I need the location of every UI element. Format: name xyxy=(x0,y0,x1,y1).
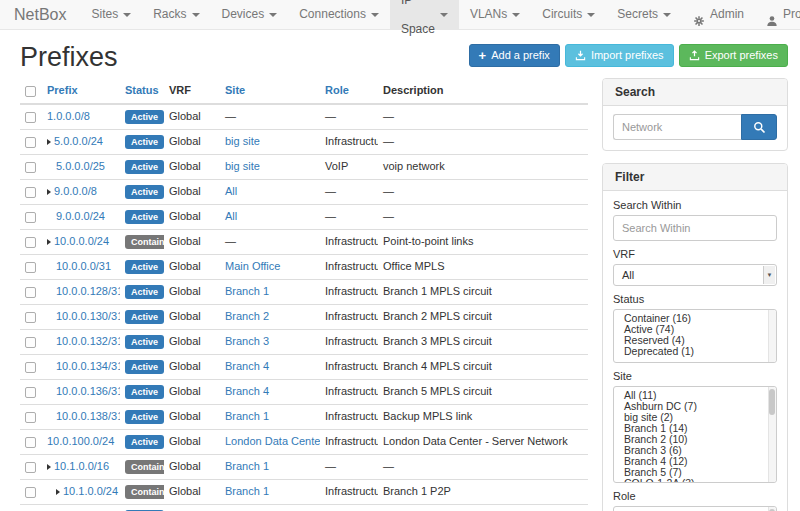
row-checkbox[interactable] xyxy=(25,412,36,423)
site-link[interactable]: All xyxy=(225,210,237,222)
search-within-input[interactable] xyxy=(613,215,777,241)
site-option[interactable]: Branch 1 (14) xyxy=(614,423,776,434)
prefix-link[interactable]: 10.0.0.138/31 xyxy=(56,410,120,422)
nav-item-devices[interactable]: Devices xyxy=(211,0,289,29)
role-scrollbar[interactable] xyxy=(768,507,776,511)
prefix-link[interactable]: 10.0.0.136/31 xyxy=(56,385,120,397)
nav-item-racks[interactable]: Racks xyxy=(142,0,210,29)
prefix-link[interactable]: 9.0.0.0/8 xyxy=(54,185,97,197)
netbox-brand[interactable]: NetBox xyxy=(0,0,80,29)
row-checkbox[interactable] xyxy=(25,462,36,473)
column-header-prefix[interactable]: Prefix xyxy=(42,78,120,104)
site-option[interactable]: Branch 3 (6) xyxy=(614,445,776,456)
nav-item-vlans[interactable]: VLANs xyxy=(459,0,531,29)
role-listbox[interactable]: Infrastructure (25)Management (8)Private… xyxy=(613,506,777,511)
site-link[interactable]: Branch 1 xyxy=(225,410,269,422)
prefix-link[interactable]: 10.0.100.0/24 xyxy=(47,435,114,447)
prefix-link[interactable]: 5.0.0.0/24 xyxy=(54,135,103,147)
site-link[interactable]: Branch 4 xyxy=(225,385,269,397)
status-option[interactable]: Active (74) xyxy=(614,324,776,335)
site-listbox[interactable]: All (11)Ashburn DC (7)big site (2)Branch… xyxy=(613,386,777,483)
column-header-role[interactable]: Role xyxy=(320,78,378,104)
vrf-select[interactable]: All ▼ xyxy=(613,264,777,286)
prefix-link[interactable]: 1.0.0.0/8 xyxy=(47,110,90,122)
site-link[interactable]: big site xyxy=(225,160,260,172)
role-cell: Infrastructure xyxy=(320,429,378,454)
site-option[interactable]: All (11) xyxy=(614,390,776,401)
site-link[interactable]: Branch 1 xyxy=(225,285,269,297)
search-button[interactable] xyxy=(741,114,777,140)
status-listbox[interactable]: Container (16)Active (74)Reserved (4)Dep… xyxy=(613,309,777,363)
row-checkbox[interactable] xyxy=(25,437,36,448)
site-link[interactable]: All xyxy=(225,185,237,197)
status-option[interactable]: Reserved (4) xyxy=(614,335,776,346)
role-cell: Infrastructure xyxy=(320,254,378,279)
site-option[interactable]: Ashburn DC (7) xyxy=(614,401,776,412)
table-row: 10.0.0.136/31 Active Global Branch 4 Inf… xyxy=(20,379,588,404)
row-checkbox[interactable] xyxy=(25,112,36,123)
site-link[interactable]: Main Office xyxy=(225,260,280,272)
prefix-link[interactable]: 9.0.0.0/24 xyxy=(56,210,105,222)
site-option[interactable]: Branch 2 (10) xyxy=(614,434,776,445)
row-checkbox[interactable] xyxy=(25,162,36,173)
description-cell: — xyxy=(378,179,588,204)
nav-item-ip-space[interactable]: IP Space xyxy=(390,0,459,29)
row-checkbox[interactable] xyxy=(25,487,36,498)
column-header-site[interactable]: Site xyxy=(220,78,320,104)
row-checkbox[interactable] xyxy=(25,262,36,273)
prefix-link[interactable]: 10.0.0.134/31 xyxy=(56,360,120,372)
status-option[interactable]: Deprecated (1) xyxy=(614,346,776,357)
prefix-link[interactable]: 10.1.0.0/16 xyxy=(54,460,109,472)
nav-item-admin[interactable]: Admin xyxy=(682,0,755,29)
row-checkbox[interactable] xyxy=(25,312,36,323)
status-option[interactable]: Container (16) xyxy=(614,313,776,324)
row-checkbox[interactable] xyxy=(25,362,36,373)
site-link[interactable]: Branch 1 xyxy=(225,460,269,472)
site-link[interactable]: Branch 1 xyxy=(225,485,269,497)
site-option[interactable]: COLO-1-2A (3) xyxy=(614,478,776,483)
site-option[interactable]: big site (2) xyxy=(614,412,776,423)
prefix-link[interactable]: 10.0.0.132/31 xyxy=(56,335,120,347)
site-option[interactable]: Branch 5 (7) xyxy=(614,467,776,478)
prefix-link[interactable]: 10.0.0.128/31 xyxy=(56,285,120,297)
row-checkbox[interactable] xyxy=(25,387,36,398)
site-link[interactable]: London Data Center xyxy=(225,435,320,447)
import-prefixes-button[interactable]: Import prefixes xyxy=(565,44,674,67)
nav-item-secrets[interactable]: Secrets xyxy=(606,0,682,29)
nav-item-circuits[interactable]: Circuits xyxy=(531,0,606,29)
site-link[interactable]: Branch 3 xyxy=(225,335,269,347)
export-prefixes-button[interactable]: Export prefixes xyxy=(679,44,788,67)
column-header-status[interactable]: Status xyxy=(120,78,164,104)
nav-item-connections[interactable]: Connections xyxy=(288,0,390,29)
row-checkbox[interactable] xyxy=(25,237,36,248)
status-label: Status xyxy=(613,293,777,305)
row-checkbox[interactable] xyxy=(25,187,36,198)
status-scrollbar[interactable] xyxy=(768,310,776,362)
table-row: 5.0.0.0/24 Active Global big site Infras… xyxy=(20,129,588,154)
status-badge: Active xyxy=(125,385,164,399)
site-link[interactable]: big site xyxy=(225,135,260,147)
prefix-link[interactable]: 10.1.0.0/24 xyxy=(63,485,118,497)
table-row: 10.1.0.0/25 Active Global Branch 1 — — xyxy=(20,504,588,511)
site-scrollbar-thumb[interactable] xyxy=(769,389,775,415)
select-all-checkbox[interactable] xyxy=(25,86,36,97)
site-option[interactable]: Branch 4 (12) xyxy=(614,456,776,467)
row-select-cell xyxy=(20,304,42,329)
prefix-link[interactable]: 10.0.0.0/24 xyxy=(54,235,109,247)
prefix-link[interactable]: 5.0.0.0/25 xyxy=(56,160,105,172)
site-scrollbar[interactable] xyxy=(768,387,776,482)
search-input[interactable] xyxy=(613,114,741,140)
status-cell: Active xyxy=(120,104,164,130)
prefix-link[interactable]: 10.0.0.130/31 xyxy=(56,310,120,322)
row-checkbox[interactable] xyxy=(25,212,36,223)
nav-item-profile[interactable]: Profile xyxy=(755,0,800,29)
site-link[interactable]: Branch 2 xyxy=(225,310,269,322)
row-checkbox[interactable] xyxy=(25,287,36,298)
nav-item-sites[interactable]: Sites xyxy=(80,0,142,29)
row-checkbox[interactable] xyxy=(25,337,36,348)
row-checkbox[interactable] xyxy=(25,137,36,148)
description-cell: Backup MPLS link xyxy=(378,404,588,429)
site-link[interactable]: Branch 4 xyxy=(225,360,269,372)
add-prefix-button[interactable]: + Add a prefix xyxy=(469,44,560,67)
prefix-link[interactable]: 10.0.0.0/31 xyxy=(56,260,111,272)
